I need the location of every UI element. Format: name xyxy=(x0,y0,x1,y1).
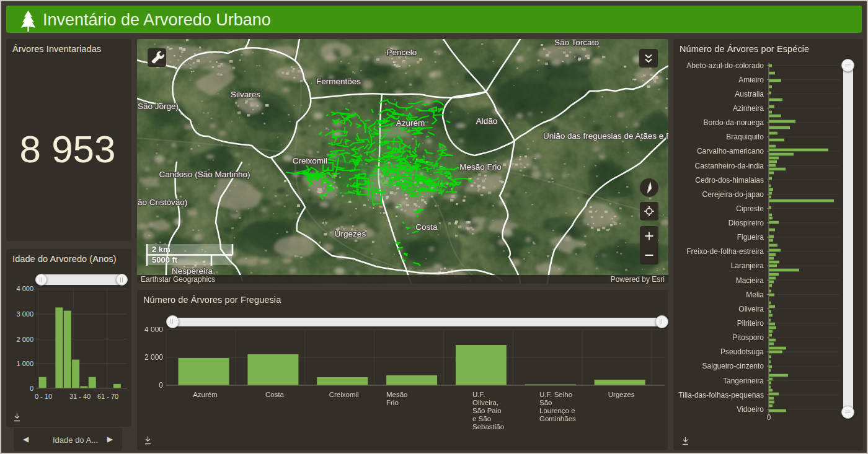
svg-text:Urgezes: Urgezes xyxy=(335,229,366,238)
svg-text:0 - 10: 0 - 10 xyxy=(35,393,52,400)
svg-text:São Paio: São Paio xyxy=(472,407,502,414)
svg-text:2 000: 2 000 xyxy=(16,336,33,343)
svg-text:Castanheiro-da-india: Castanheiro-da-india xyxy=(695,162,764,170)
svg-text:ão Cristóvão): ão Cristóvão) xyxy=(138,198,187,207)
svg-text:Cedro-dos-himalaias: Cedro-dos-himalaias xyxy=(695,176,764,185)
svg-text:2 000: 2 000 xyxy=(144,353,163,362)
svg-text:Bordo-da-noruega: Bordo-da-noruega xyxy=(704,118,764,127)
svg-text:Costa: Costa xyxy=(415,222,438,232)
svg-text:Azurém: Azurém xyxy=(396,118,425,128)
svg-text:4 000: 4 000 xyxy=(16,285,33,292)
svg-text:Freixo-de-folha-estreira: Freixo-de-folha-estreira xyxy=(686,247,764,256)
svg-text:Diospireiro: Diospireiro xyxy=(728,219,764,227)
svg-text:Creixomil: Creixomil xyxy=(293,156,327,165)
svg-text:4 000: 4 000 xyxy=(144,327,163,334)
svg-text:Tangerineira: Tangerineira xyxy=(723,377,764,385)
svg-text:0: 0 xyxy=(30,385,33,392)
svg-text:Vidoeiro: Vidoeiro xyxy=(737,405,764,414)
svg-text:Pseudotsuga: Pseudotsuga xyxy=(720,347,764,356)
svg-text:Azinheira: Azinheira xyxy=(733,104,764,113)
svg-text:Aldão: Aldão xyxy=(476,116,498,126)
svg-text:Carvalho-americano: Carvalho-americano xyxy=(697,147,764,155)
svg-text:U.F. Selho: U.F. Selho xyxy=(539,391,572,398)
svg-text:3 000: 3 000 xyxy=(16,310,33,318)
svg-text:Abeto-azul-do-colorado: Abeto-azul-do-colorado xyxy=(686,61,764,70)
svg-text:Tilia-das-folhas-pequenas: Tilia-das-folhas-pequenas xyxy=(678,391,764,399)
svg-text:São Torcato: São Torcato xyxy=(554,39,599,47)
svg-text:Fermentões: Fermentões xyxy=(316,77,361,86)
svg-text:61 - 70: 61 - 70 xyxy=(97,393,118,400)
svg-text:0: 0 xyxy=(159,381,163,390)
svg-text:Cerejeira-do-japao: Cerejeira-do-japao xyxy=(702,190,764,199)
svg-text:Melia: Melia xyxy=(746,290,764,299)
svg-text:Pitosporo: Pitosporo xyxy=(732,333,764,342)
svg-text:Figueira: Figueira xyxy=(737,233,764,242)
svg-text:Lourenço e: Lourenço e xyxy=(539,407,575,414)
svg-text:São Jorge): São Jorge) xyxy=(138,102,179,111)
svg-text:Silvares: Silvares xyxy=(231,90,260,99)
svg-text:Costa: Costa xyxy=(265,391,285,398)
svg-text:Salgueiro-cinzento: Salgueiro-cinzento xyxy=(702,362,764,370)
svg-text:Urgezes: Urgezes xyxy=(608,391,635,398)
svg-text:Australia: Australia xyxy=(735,90,764,98)
svg-text:Pilriteiro: Pilriteiro xyxy=(737,319,764,328)
svg-text:Nespereira: Nespereira xyxy=(172,266,213,276)
svg-text:31 - 40: 31 - 40 xyxy=(69,393,91,400)
svg-text:Candoso (São Martinho): Candoso (São Martinho) xyxy=(159,170,250,179)
svg-text:Braquiquito: Braquiquito xyxy=(726,133,764,141)
svg-text:0: 0 xyxy=(767,413,771,422)
svg-text:Mesão: Mesão xyxy=(386,391,408,398)
svg-text:1 000: 1 000 xyxy=(16,360,33,367)
svg-text:Sebastião: Sebastião xyxy=(472,423,504,430)
svg-text:Creixomil: Creixomil xyxy=(329,391,359,398)
svg-text:Laranjeira: Laranjeira xyxy=(731,261,764,270)
svg-text:União das freguesias de Atães: União das freguesias de Atães e Re xyxy=(543,131,668,141)
svg-text:Oliveira,: Oliveira, xyxy=(472,399,498,406)
svg-text:São: São xyxy=(539,399,552,406)
svg-text:Oliveira: Oliveira xyxy=(738,305,764,313)
svg-text:Gominhães: Gominhães xyxy=(539,415,576,422)
svg-text:Pencelo: Pencelo xyxy=(387,48,417,57)
svg-text:U.F.: U.F. xyxy=(472,391,485,398)
svg-text:e São: e São xyxy=(472,415,491,422)
svg-text:Mesão Frio: Mesão Frio xyxy=(459,162,502,172)
svg-text:Azurém: Azurém xyxy=(193,391,218,398)
svg-text:Macieira: Macieira xyxy=(736,276,764,285)
svg-text:Amieiro: Amieiro xyxy=(738,76,764,84)
svg-text:Cipreste: Cipreste xyxy=(736,204,764,213)
svg-text:Frio: Frio xyxy=(386,399,399,406)
